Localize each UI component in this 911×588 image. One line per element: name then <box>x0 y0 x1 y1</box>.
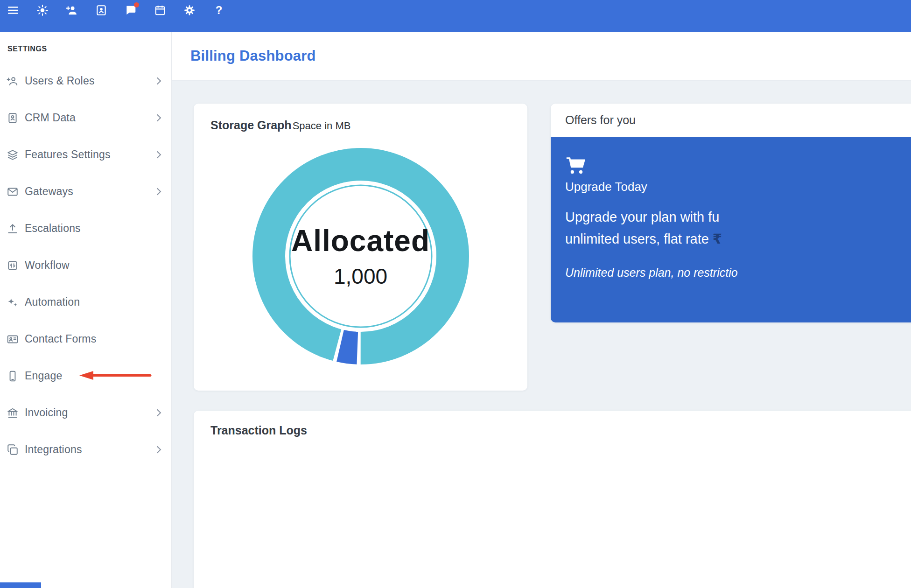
storage-graph-subtitle: Space in MB <box>293 120 351 132</box>
donut-ring <box>269 164 453 348</box>
chevron-right-icon <box>154 114 161 122</box>
chevron-right-icon <box>154 77 161 85</box>
help-icon[interactable]: ? <box>213 4 225 16</box>
donut-used-arc <box>340 346 357 348</box>
crm-data-icon <box>7 112 19 124</box>
workflow-icon <box>7 259 19 272</box>
donut-inner-ring <box>290 185 432 327</box>
chevron-right-icon <box>154 446 161 454</box>
upgrade-offer[interactable]: Upgrade Today Upgrade your plan with fu … <box>551 137 911 322</box>
offer-title: Upgrade Today <box>565 180 911 194</box>
offer-description-line1: Upgrade your plan with fu <box>565 206 911 228</box>
page-header: Billing Dashboard <box>172 32 911 81</box>
sidebar-item-label: Workflow <box>25 259 160 272</box>
brightness-icon[interactable] <box>36 4 49 16</box>
smartphone-icon <box>7 370 19 382</box>
topbar: ? <box>0 0 911 32</box>
sidebar-item-label: Gateways <box>25 185 155 198</box>
sidebar-nav: Users & Roles CRM Data Features Settings <box>0 63 171 468</box>
storage-card-title-row: Storage Graph Space in MB <box>210 119 511 132</box>
sidebar-item-label: Features Settings <box>25 148 155 161</box>
main-area: Billing Dashboard Storage Graph Space in… <box>172 32 911 588</box>
offer-note: Unlimited users plan, no restrictio <box>565 266 911 280</box>
app-shell: SETTINGS Users & Roles CRM Data <box>0 32 911 588</box>
bottom-left-blue-bar <box>0 582 41 588</box>
envelope-icon <box>7 186 19 198</box>
sidebar-item-label: Users & Roles <box>25 75 155 87</box>
sidebar-item-label: Automation <box>25 296 160 308</box>
sidebar-item-users-roles[interactable]: Users & Roles <box>0 63 171 99</box>
sparkles-icon <box>7 296 19 308</box>
calendar-icon[interactable] <box>154 4 166 16</box>
chevron-right-icon <box>154 151 161 159</box>
sidebar-item-invoicing[interactable]: Invoicing <box>0 394 171 431</box>
sidebar-item-features-settings[interactable]: Features Settings <box>0 136 171 173</box>
sidebar-item-automation[interactable]: Automation <box>0 284 171 321</box>
rupee-icon: ₹ <box>713 231 722 246</box>
sidebar-item-label: Invoicing <box>25 406 155 419</box>
chat-icon[interactable] <box>125 4 137 16</box>
integrations-icon <box>7 444 19 456</box>
sidebar-item-workflow[interactable]: Workflow <box>0 247 171 284</box>
offers-card: Offers for you Upgrade Today Upgrade you… <box>551 104 911 322</box>
sidebar-item-label: Escalations <box>25 222 160 235</box>
sidebar-item-escalations[interactable]: Escalations <box>0 210 171 247</box>
bank-icon <box>7 407 19 419</box>
sidebar-item-contact-forms[interactable]: Contact Forms <box>0 321 171 357</box>
sidebar-item-label: CRM Data <box>25 112 155 124</box>
contact-card-icon <box>7 333 19 345</box>
storage-donut-chart: Allocated 1,000 <box>252 148 469 364</box>
page-title: Billing Dashboard <box>190 48 316 64</box>
offer-description-line2: unlimited users, flat rate₹ <box>565 228 911 250</box>
chevron-right-icon <box>154 188 161 196</box>
chevron-right-icon <box>154 409 161 417</box>
users-roles-icon <box>7 75 19 87</box>
sidebar-item-crm-data[interactable]: CRM Data <box>0 99 171 136</box>
sidebar-title: SETTINGS <box>0 32 171 53</box>
contacts-icon[interactable] <box>95 4 107 16</box>
add-user-icon[interactable] <box>66 4 78 16</box>
sidebar-item-label: Contact Forms <box>25 333 160 345</box>
storage-graph-title: Storage Graph <box>210 119 292 132</box>
sidebar-item-gateways[interactable]: Gateways <box>0 173 171 210</box>
sidebar-item-label: Integrations <box>25 443 155 456</box>
sidebar-item-integrations[interactable]: Integrations <box>0 431 171 468</box>
notification-badge <box>134 2 139 7</box>
sidebar: SETTINGS Users & Roles CRM Data <box>0 32 172 588</box>
offers-card-title: Offers for you <box>551 104 911 137</box>
offer-description: Upgrade your plan with fu unlimited user… <box>565 206 911 250</box>
layers-icon <box>7 149 19 161</box>
annotation-arrow <box>77 369 154 382</box>
cards-row: Storage Graph Space in MB Allocated 1,0 <box>194 104 911 391</box>
storage-graph-card: Storage Graph Space in MB Allocated 1,0 <box>194 104 527 391</box>
transaction-logs-card: Transaction Logs <box>194 411 911 588</box>
transaction-logs-title: Transaction Logs <box>210 424 911 437</box>
cart-icon <box>565 154 911 176</box>
menu-icon[interactable] <box>7 4 19 16</box>
settings-gear-icon[interactable] <box>183 4 196 16</box>
content: Storage Graph Space in MB Allocated 1,0 <box>172 81 911 588</box>
upload-icon <box>7 223 19 235</box>
